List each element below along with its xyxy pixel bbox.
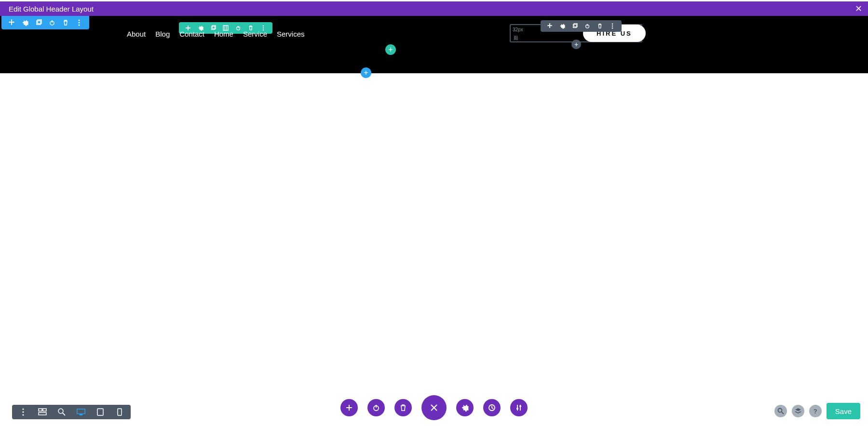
svg-point-15 xyxy=(263,27,264,29)
svg-rect-29 xyxy=(39,413,46,415)
save-button[interactable]: Save xyxy=(827,403,860,419)
add-section-button[interactable]: + xyxy=(361,67,371,78)
svg-point-42 xyxy=(519,405,521,407)
module-toolbar xyxy=(541,20,622,32)
mobile-icon[interactable] xyxy=(115,408,124,416)
titlebar-title: Edit Global Header Layout xyxy=(9,5,94,13)
svg-point-23 xyxy=(612,27,613,29)
power-icon[interactable] xyxy=(584,23,591,29)
right-actions: ? Save xyxy=(774,403,860,419)
svg-point-14 xyxy=(263,25,264,27)
svg-point-30 xyxy=(58,409,63,413)
gear-icon[interactable] xyxy=(22,19,28,26)
svg-point-21 xyxy=(612,23,613,25)
svg-rect-17 xyxy=(573,25,577,28)
desktop-icon[interactable] xyxy=(77,408,85,416)
layers-button[interactable] xyxy=(792,405,804,417)
close-button[interactable] xyxy=(421,395,447,420)
link-icon: ⛓ xyxy=(514,35,518,40)
wireframe-icon[interactable] xyxy=(38,408,47,416)
nav-item[interactable]: Service xyxy=(243,30,267,38)
gear-icon[interactable] xyxy=(559,23,566,29)
svg-rect-8 xyxy=(212,26,216,29)
close-icon[interactable]: ✕ xyxy=(855,3,862,14)
trash-icon[interactable] xyxy=(597,23,603,29)
nav-item[interactable]: Contact xyxy=(179,30,204,38)
svg-rect-35 xyxy=(118,409,122,415)
power-button[interactable] xyxy=(367,399,385,416)
svg-rect-33 xyxy=(80,414,82,415)
svg-point-4 xyxy=(79,20,80,21)
svg-point-43 xyxy=(778,409,782,413)
svg-point-41 xyxy=(516,408,518,410)
svg-rect-0 xyxy=(37,21,41,25)
svg-point-5 xyxy=(79,22,80,24)
trash-icon[interactable] xyxy=(62,19,69,26)
svg-rect-27 xyxy=(39,409,42,411)
nav-item[interactable]: Home xyxy=(214,30,233,38)
more-icon[interactable] xyxy=(76,19,82,26)
svg-point-25 xyxy=(22,411,24,413)
svg-rect-18 xyxy=(574,24,577,27)
sliders-button[interactable] xyxy=(510,399,528,416)
move-icon[interactable] xyxy=(8,19,15,26)
svg-rect-1 xyxy=(38,20,41,24)
header-section[interactable] xyxy=(0,16,868,73)
svg-line-44 xyxy=(782,412,784,414)
duplicate-icon[interactable] xyxy=(571,23,578,29)
tablet-icon[interactable] xyxy=(96,408,105,416)
page-actions xyxy=(340,395,528,420)
more-icon[interactable] xyxy=(609,23,616,29)
power-icon[interactable] xyxy=(49,19,55,26)
svg-rect-32 xyxy=(77,409,85,414)
history-button[interactable] xyxy=(483,399,501,416)
svg-point-26 xyxy=(22,414,24,415)
trash-button[interactable] xyxy=(394,399,412,416)
svg-rect-7 xyxy=(212,27,215,30)
svg-point-6 xyxy=(79,25,80,26)
move-icon[interactable] xyxy=(546,23,553,29)
add-module-button[interactable]: + xyxy=(571,40,581,49)
help-button[interactable]: ? xyxy=(809,405,822,417)
add-row-button[interactable]: + xyxy=(385,44,396,55)
more-icon[interactable] xyxy=(19,408,27,416)
svg-point-22 xyxy=(612,26,613,27)
duplicate-icon[interactable] xyxy=(35,19,42,26)
main-nav: About Blog Contact Home Service Services xyxy=(127,30,305,38)
svg-rect-34 xyxy=(97,409,103,415)
add-button[interactable] xyxy=(340,399,358,416)
settings-button[interactable] xyxy=(456,399,474,416)
section-toolbar xyxy=(1,16,89,29)
svg-line-31 xyxy=(63,413,65,415)
nav-item[interactable]: Blog xyxy=(155,30,170,38)
nav-item[interactable]: About xyxy=(127,30,146,38)
zoom-icon[interactable] xyxy=(57,408,66,416)
padding-left-label: 32px xyxy=(513,27,523,32)
view-toolbar xyxy=(12,405,131,419)
svg-rect-28 xyxy=(43,409,46,411)
titlebar: Edit Global Header Layout ✕ xyxy=(0,1,868,16)
search-button[interactable] xyxy=(774,405,787,417)
svg-point-24 xyxy=(22,408,24,410)
nav-item[interactable]: Services xyxy=(277,30,305,38)
